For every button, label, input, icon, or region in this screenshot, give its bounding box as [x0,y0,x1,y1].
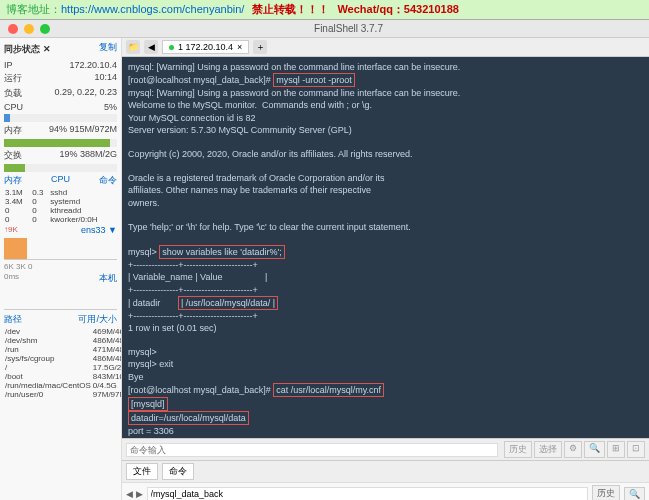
latency-chart [4,288,117,310]
expand-icon[interactable]: ⊡ [627,441,645,458]
tab-files[interactable]: 文件 [126,463,158,480]
window-title: FinalShell 3.7.7 [56,23,641,34]
gear-icon[interactable]: ⚙ [564,441,582,458]
ip-value: 172.20.10.4 [69,60,117,70]
path-search-icon[interactable]: 🔍 [624,487,645,501]
swap-bar [4,164,117,172]
process-table: 3.1M0.3sshd 3.4M0systemd 00kthreadd 00kw… [4,188,117,224]
sync-status-label: 同步状态 ✕ [4,43,51,56]
sidebar: 同步状态 ✕复制 IP172.20.10.4 运行10:14 负载0.29, 0… [0,38,122,500]
tab-commands[interactable]: 命令 [162,463,194,480]
table-row: 3.1M0.3sshd [4,188,117,197]
history-button[interactable]: 历史 [504,441,532,458]
add-tab-button[interactable]: ＋ [253,40,267,54]
bottom-tabs: 文件 命令 [122,460,649,482]
maximize-icon[interactable] [40,24,50,34]
path-input[interactable] [147,487,588,501]
network-chart [4,238,117,260]
net-interface-dropdown[interactable]: ens33 ▼ [81,225,117,235]
select-button[interactable]: 选择 [534,441,562,458]
top-banner: 博客地址：https://www.cnblogs.com/chenyanbin/… [0,0,649,20]
local-button[interactable]: 本机 [99,272,117,285]
window-titlebar: FinalShell 3.7.7 [0,20,649,38]
terminal-tabbar: 📁 ◀ 1 172.20.10.4× ＋ [122,38,649,57]
nav-back-icon[interactable]: ◀ [144,40,158,54]
terminal-output[interactable]: mysql: [Warning] Using a password on the… [122,57,649,438]
copy-button[interactable]: 复制 [99,41,117,58]
path-history-button[interactable]: 历史 [592,485,620,500]
terminal-tab[interactable]: 1 172.20.10.4× [162,40,249,54]
search-icon[interactable]: 🔍 [584,441,605,458]
folder-icon[interactable]: 📁 [126,40,140,54]
minimize-icon[interactable] [24,24,34,34]
close-icon[interactable] [8,24,18,34]
path-bar: ◀ ▶ 历史 🔍 [122,482,649,500]
grid-icon[interactable]: ⊞ [607,441,625,458]
path-nav-icons[interactable]: ◀ ▶ [126,489,143,499]
command-input-bar: 历史 选择 ⚙ 🔍 ⊞ ⊡ [122,438,649,460]
mem-bar [4,139,117,147]
disk-table: /dev469M/469M /dev/shm486M/486M /run471M… [4,327,122,399]
table-row: 00kthreadd [4,206,117,215]
command-input[interactable] [126,443,498,457]
table-row: 3.4M0systemd [4,197,117,206]
table-row: 00kworker/0:0H [4,215,117,224]
cpu-bar [4,114,117,122]
status-dot-icon [169,45,174,50]
tab-close-icon[interactable]: × [237,42,242,52]
